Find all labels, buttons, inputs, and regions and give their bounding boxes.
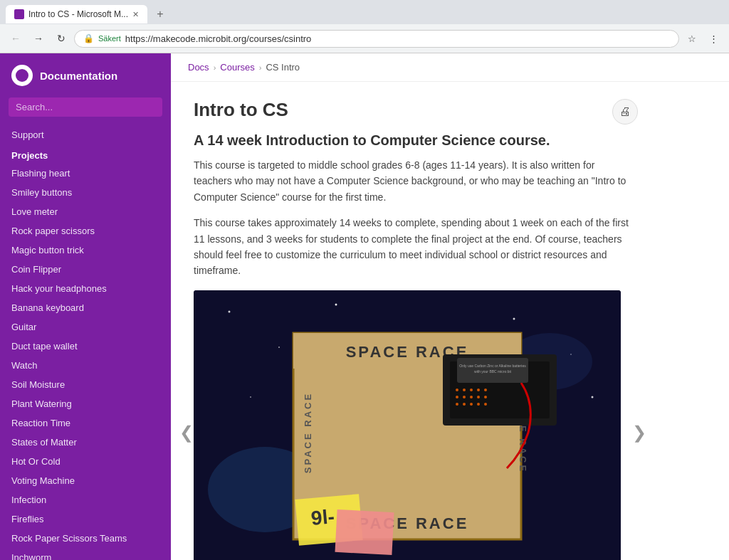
- svg-point-2: [278, 347, 280, 348]
- svg-point-27: [456, 403, 458, 406]
- sidebar-item-plant-watering[interactable]: Plant Watering: [0, 394, 171, 413]
- svg-point-1: [229, 310, 231, 312]
- svg-point-29: [470, 403, 473, 406]
- menu-button[interactable]: ⋮: [703, 28, 723, 48]
- page: Documentation Support Projects Flashing …: [0, 53, 729, 560]
- tab-close-button[interactable]: ✕: [132, 10, 139, 19]
- svg-point-7: [250, 396, 251, 398]
- svg-point-28: [463, 403, 466, 406]
- forward-button[interactable]: →: [28, 28, 48, 48]
- image-next-button[interactable]: ❯: [632, 423, 646, 443]
- forward-icon: →: [33, 33, 43, 44]
- svg-point-34: [470, 389, 473, 391]
- svg-point-30: [477, 403, 480, 406]
- page-title: Intro to CS: [194, 99, 632, 121]
- course-image-svg: SPACE RACE SPACE RACE SPACE RACE SPACE R…: [194, 290, 621, 560]
- logo-icon: [11, 65, 33, 86]
- sidebar-item-smiley-buttons[interactable]: Smiley buttons: [0, 183, 171, 202]
- reload-icon: ↻: [57, 33, 65, 44]
- sidebar-item-magic-button-trick[interactable]: Magic button trick: [0, 241, 171, 260]
- sidebar-item-states-of-matter[interactable]: States of Matter: [0, 433, 171, 452]
- sidebar-item-coin-flipper[interactable]: Coin Flipper: [0, 260, 171, 279]
- next-arrow-icon: ❯: [632, 423, 646, 442]
- sidebar-logo: Documentation: [0, 53, 171, 97]
- breadcrumb-sep-2: ›: [259, 63, 262, 72]
- svg-point-5: [513, 317, 515, 319]
- course-image: SPACE RACE SPACE RACE SPACE RACE SPACE R…: [194, 290, 621, 560]
- svg-point-36: [484, 389, 487, 391]
- sidebar-item-flashing-heart[interactable]: Flashing heart: [0, 164, 171, 183]
- svg-rect-18: [335, 509, 394, 555]
- svg-point-22: [456, 396, 458, 398]
- print-button[interactable]: 🖨: [612, 99, 638, 125]
- svg-point-26: [484, 396, 487, 398]
- main-content: Docs › Courses › CS Intro 🖨 Intro to CS …: [171, 53, 729, 560]
- prev-arrow-icon: ❮: [179, 423, 194, 442]
- sidebar-item-rock-paper-scissors-teams[interactable]: Rock Paper Scissors Teams: [0, 529, 171, 548]
- svg-point-31: [484, 403, 487, 406]
- secure-label: Säkert: [98, 34, 121, 43]
- svg-text:Only use Carbon Zinc or Alkali: Only use Carbon Zinc or Alkaline batteri…: [459, 364, 526, 368]
- sidebar-logo-text: Documentation: [40, 70, 117, 82]
- image-prev-button[interactable]: ❮: [179, 423, 194, 443]
- svg-text:with your BBC micro:bit: with your BBC micro:bit: [474, 369, 512, 374]
- sidebar-item-support[interactable]: Support: [0, 125, 171, 144]
- nav-actions: ☆ ⋮: [682, 28, 723, 48]
- print-icon: 🖨: [619, 105, 631, 118]
- breadcrumb-sep-1: ›: [214, 63, 216, 72]
- sidebar-item-hack-your-headphones[interactable]: Hack your headphones: [0, 279, 171, 298]
- breadcrumb: Docs › Courses › CS Intro: [171, 53, 729, 82]
- svg-point-8: [592, 396, 594, 398]
- section-subtitle: A 14 week Introduction to Computer Scien…: [194, 132, 632, 149]
- search-input[interactable]: [9, 97, 162, 117]
- menu-icon: ⋮: [709, 33, 718, 44]
- sidebar-item-hot-or-cold[interactable]: Hot Or Cold: [0, 452, 171, 471]
- svg-point-35: [477, 389, 480, 391]
- bookmark-button[interactable]: ☆: [682, 28, 702, 48]
- sidebar-search-container: [0, 97, 171, 125]
- svg-point-3: [335, 303, 337, 305]
- lock-icon: 🔒: [83, 33, 94, 43]
- breadcrumb-courses[interactable]: Courses: [220, 62, 254, 73]
- sidebar-item-inchworm[interactable]: Inchworm: [0, 548, 171, 560]
- sidebar-item-rock-paper-scissors[interactable]: Rock paper scissors: [0, 221, 171, 241]
- content-para-2: This course takes approximately 14 weeks…: [194, 215, 632, 279]
- image-container: ❮: [194, 290, 632, 560]
- tab-bar: Intro to CS - Microsoft M... ✕ +: [0, 0, 729, 24]
- breadcrumb-docs[interactable]: Docs: [188, 62, 209, 73]
- sidebar-projects-label: Projects: [0, 144, 171, 164]
- reload-button[interactable]: ↻: [51, 28, 71, 48]
- svg-point-23: [463, 396, 466, 398]
- back-button[interactable]: ←: [6, 28, 26, 48]
- sidebar-item-fireflies[interactable]: Fireflies: [0, 509, 171, 529]
- image-bg: SPACE RACE SPACE RACE SPACE RACE SPACE R…: [194, 290, 621, 560]
- sidebar-item-guitar[interactable]: Guitar: [0, 317, 171, 337]
- tab-title: Intro to CS - Microsoft M...: [28, 9, 128, 19]
- sidebar-item-reaction-time[interactable]: Reaction Time: [0, 413, 171, 433]
- sidebar-nav-list: Flashing heartSmiley buttonsLove meterRo…: [0, 164, 171, 560]
- svg-text:9l-: 9l-: [310, 505, 335, 529]
- sidebar-item-duct-tape-wallet[interactable]: Duct tape wallet: [0, 337, 171, 356]
- new-tab-button[interactable]: +: [150, 4, 170, 24]
- sidebar-item-banana-keyboard[interactable]: Banana keyboard: [0, 298, 171, 317]
- sidebar-item-soil-moisture[interactable]: Soil Moisture: [0, 375, 171, 394]
- breadcrumb-current: CS Intro: [266, 62, 300, 73]
- active-tab[interactable]: Intro to CS - Microsoft M... ✕: [6, 5, 147, 23]
- address-bar[interactable]: 🔒 Säkert https://makecode.microbit.org/c…: [74, 30, 679, 48]
- svg-point-25: [477, 396, 480, 398]
- sidebar-item-infection[interactable]: Infection: [0, 490, 171, 509]
- bookmark-icon: ☆: [688, 33, 696, 44]
- browser-chrome: Intro to CS - Microsoft M... ✕ + ← → ↻ 🔒…: [0, 0, 729, 53]
- url-display: https://makecode.microbit.org/courses/cs…: [125, 33, 670, 44]
- sidebar-item-voting-machine[interactable]: Voting Machine: [0, 471, 171, 490]
- tab-favicon: [14, 9, 24, 19]
- content-para-1: This course is targeted to middle school…: [194, 157, 632, 205]
- svg-text:SPACE RACE: SPACE RACE: [303, 392, 313, 473]
- back-icon: ←: [11, 33, 21, 44]
- content-area: 🖨 Intro to CS A 14 week Introduction to …: [171, 82, 655, 560]
- sidebar-item-watch[interactable]: Watch: [0, 356, 171, 375]
- svg-point-33: [463, 389, 466, 391]
- sidebar: Documentation Support Projects Flashing …: [0, 53, 171, 560]
- sidebar-item-love-meter[interactable]: Love meter: [0, 202, 171, 221]
- svg-point-24: [470, 396, 473, 398]
